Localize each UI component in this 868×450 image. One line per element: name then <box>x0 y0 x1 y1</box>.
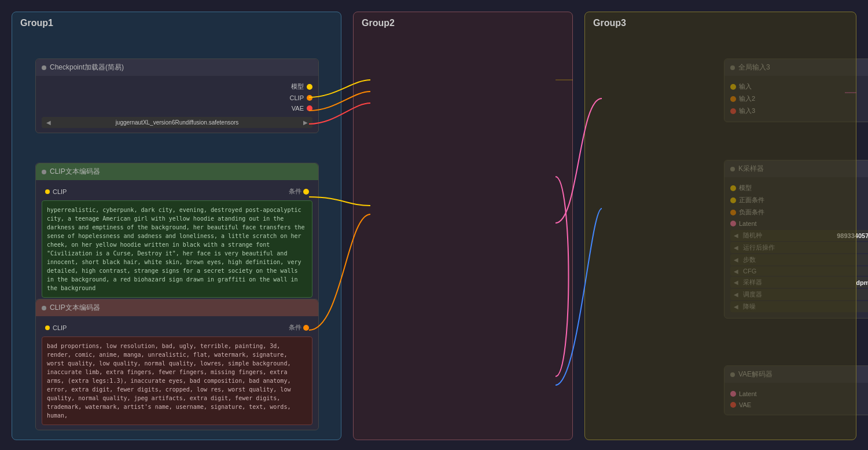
checkpoint-vae-port <box>307 105 312 111</box>
ksampler-sampler-value: dpmpp_2m <box>856 279 868 286</box>
group1: Group1 Checkpoint加载器(简易) 模型 <box>12 12 341 440</box>
checkpoint-body: 模型 CLIP VAE <box>36 76 318 133</box>
group1-title: Group1 <box>12 12 341 33</box>
clip-encoder2-node: CLIP文本编码器 CLIP 条件 bad proportions, low r… <box>35 299 319 430</box>
checkpoint-title: Checkpoint加载器(简易) <box>50 63 124 72</box>
clip2-header: CLIP文本编码器 <box>36 299 318 316</box>
group3: Group3 空Latent Latent ◀ <box>584 12 856 440</box>
clip2-subheader: CLIP 条件 <box>42 321 312 334</box>
checkpoint-vae-row: VAE <box>42 103 312 114</box>
checkpoint-model-row: 模型 <box>42 81 312 93</box>
group2: Group2 全局输入3 输入 输入2 <box>353 12 573 440</box>
checkpoint-node: Checkpoint加载器(简易) 模型 CLIP <box>35 58 319 133</box>
checkpoint-status-dot <box>42 65 46 70</box>
clip1-header: CLIP文本编码器 <box>36 163 318 180</box>
checkpoint-selector[interactable]: ◀ juggernautXL_version6Rundiffusion.safe… <box>42 117 312 128</box>
clip1-body: CLIP 条件 hyperrealistic, cyberpunk, dark … <box>36 180 318 302</box>
checkpoint-header: Checkpoint加载器(简易) <box>36 59 318 76</box>
clip1-text[interactable]: hyperrealistic, cyberpunk, dark city, ev… <box>42 200 312 298</box>
checkpoint-name: juggernautXL_version6Rundiffusion.safete… <box>51 119 303 126</box>
group2-title: Group2 <box>354 12 572 33</box>
checkpoint-vae-label: VAE <box>292 105 304 112</box>
clip1-clip-label: CLIP <box>53 188 67 195</box>
canvas: Group1 Checkpoint加载器(简易) 模型 <box>0 0 868 450</box>
clip2-clip-label: CLIP <box>53 324 67 331</box>
clip1-output-label: 条件 <box>289 187 301 196</box>
clip2-clip-dot <box>45 325 50 330</box>
clip2-status-dot <box>42 306 46 310</box>
clip2-title: CLIP文本编码器 <box>50 303 100 313</box>
clip2-output-label: 条件 <box>289 323 301 332</box>
clip1-output-port <box>303 189 309 195</box>
checkpoint-prev-btn[interactable]: ◀ <box>46 119 51 126</box>
checkpoint-clip-port <box>307 95 312 101</box>
checkpoint-model-port <box>307 84 312 90</box>
clip1-clip-dot <box>45 189 50 194</box>
clip2-body: CLIP 条件 bad proportions, low resolution,… <box>36 316 318 430</box>
clip2-output-port <box>303 325 309 331</box>
checkpoint-model-label: 模型 <box>291 82 304 91</box>
clip2-text[interactable]: bad proportions, low resolution, bad, ug… <box>42 336 312 425</box>
group3-title: Group3 <box>585 12 856 33</box>
checkpoint-clip-label: CLIP <box>290 94 304 101</box>
checkpoint-clip-row: CLIP <box>42 93 312 103</box>
clip1-title: CLIP文本编码器 <box>50 167 100 177</box>
clip1-subheader: CLIP 条件 <box>42 185 312 198</box>
clip1-status-dot <box>42 170 46 174</box>
clip-encoder1-node: CLIP文本编码器 CLIP 条件 hyperrealistic, cyberp… <box>35 163 319 303</box>
checkpoint-next-btn[interactable]: ▶ <box>303 119 308 126</box>
